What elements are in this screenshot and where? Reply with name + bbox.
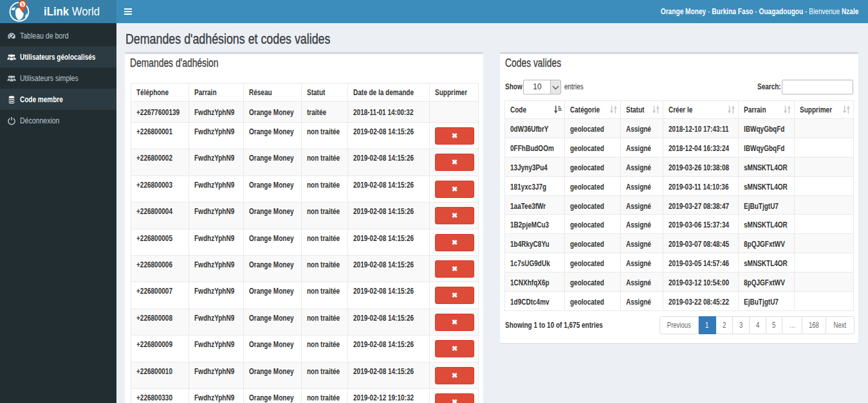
svg-text:$: $ — [21, 2, 24, 8]
